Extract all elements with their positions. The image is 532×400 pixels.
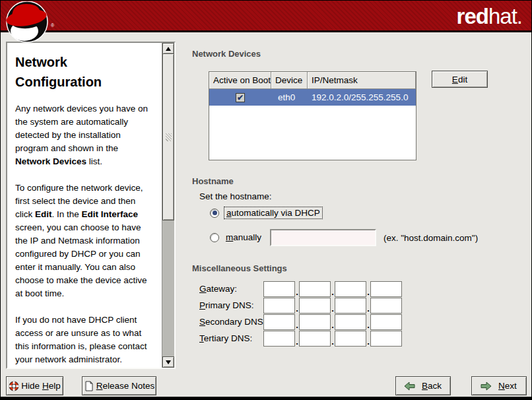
hide-help-button[interactable]: Hide Help — [6, 376, 63, 395]
active-on-boot-cell: ✔ — [209, 93, 271, 102]
scrollbar-thumb[interactable] — [162, 54, 174, 220]
tertiary-dns-octets: . . . — [263, 330, 402, 347]
help-paragraph: Any network devices you have on the syst… — [15, 102, 155, 168]
hostname-heading: Hostname — [192, 176, 234, 186]
help-text-area: Network Configuration Any network device… — [7, 43, 162, 368]
next-button[interactable]: Next — [471, 376, 527, 395]
help-paragraph: If you do not have DHCP client access or… — [15, 314, 155, 366]
column-header-active-on-boot[interactable]: Active on Boot — [209, 72, 271, 89]
device-cell: eth0 — [271, 92, 308, 102]
redhat-banner: redhat. — [1, 1, 531, 32]
help-scrollbar[interactable] — [162, 43, 174, 368]
tertiary-dns-octet-2[interactable] — [300, 331, 330, 346]
table-row-eth0[interactable]: ✔ eth0 192.0.2.0/255.255.255.0 — [209, 89, 416, 106]
help-title: Network Configuration — [15, 52, 155, 92]
ip-netmask-cell: 192.0.2.0/255.255.255.0 — [308, 92, 416, 102]
brand-bold: red — [457, 4, 488, 28]
redhat-shadowman-logo-icon — [3, 1, 53, 46]
release-notes-button[interactable]: Release Notes — [82, 376, 156, 395]
redhat-wordmark: redhat. — [457, 4, 522, 29]
back-button[interactable]: Back — [395, 376, 451, 395]
primary-dns-octets: . . . — [263, 297, 402, 314]
gateway-octet-2[interactable] — [300, 282, 330, 296]
radio-selected-icon[interactable] — [210, 209, 219, 218]
secondary-dns-octet-4[interactable] — [371, 315, 401, 329]
scroll-down-button[interactable] — [162, 356, 174, 368]
tertiary-dns-label: Tertiary DNS: — [199, 333, 252, 343]
scroll-up-button[interactable] — [162, 43, 174, 54]
document-icon — [84, 381, 94, 391]
primary-dns-octet-4[interactable] — [371, 298, 401, 313]
column-header-ip-netmask[interactable]: IP/Netmask — [308, 72, 416, 89]
up-arrow-icon — [166, 47, 171, 51]
back-arrow-icon — [403, 381, 416, 391]
help-paragraph: To configure the network device, first s… — [15, 182, 155, 300]
gateway-octet-3[interactable] — [335, 282, 366, 296]
installer-window: redhat. ® Network Configuration Any netw… — [0, 0, 532, 400]
misc-settings-heading: Miscellaneous Settings — [192, 263, 287, 273]
network-devices-table: Active on Boot Device IP/Netmask ✔ eth0 … — [209, 71, 416, 160]
primary-dns-label: Primary DNS: — [199, 300, 254, 310]
scrollbar-grip-icon — [166, 133, 172, 141]
registered-trademark: ® — [51, 23, 54, 28]
tertiary-dns-octet-4[interactable] — [371, 331, 401, 346]
network-devices-heading: Network Devices — [192, 49, 261, 59]
brand-rest: hat. — [488, 4, 522, 28]
hostname-input[interactable] — [271, 230, 375, 245]
lifebuoy-icon — [9, 381, 19, 391]
tertiary-dns-octet-3[interactable] — [335, 331, 366, 346]
manually-label[interactable]: manually — [224, 232, 263, 243]
scrollbar-track[interactable] — [162, 220, 174, 356]
column-header-device[interactable]: Device — [271, 72, 308, 89]
tertiary-dns-octet-1[interactable] — [264, 331, 294, 346]
table-header-row: Active on Boot Device IP/Netmask — [209, 72, 416, 89]
hostname-manual-option[interactable]: manually — [210, 232, 263, 243]
hostname-auto-option[interactable]: automatically via DHCP — [210, 207, 323, 219]
primary-dns-octet-2[interactable] — [300, 298, 330, 313]
next-arrow-icon — [479, 381, 492, 391]
active-on-boot-checkbox[interactable]: ✔ — [236, 93, 245, 102]
secondary-dns-octet-2[interactable] — [300, 315, 330, 329]
gateway-octet-1[interactable] — [264, 282, 294, 296]
radio-unselected-icon[interactable] — [210, 233, 219, 242]
down-arrow-icon — [166, 360, 171, 364]
gateway-octet-4[interactable] — [371, 282, 401, 296]
secondary-dns-octets: . . . — [263, 314, 402, 330]
auto-dhcp-label[interactable]: automatically via DHCP — [224, 207, 323, 219]
primary-dns-octet-1[interactable] — [264, 298, 294, 313]
set-hostname-label: Set the hostname: — [199, 191, 272, 201]
gateway-octets: . . . — [263, 281, 402, 297]
secondary-dns-octet-3[interactable] — [335, 315, 366, 329]
edit-button[interactable]: Edit — [432, 71, 488, 88]
gateway-label: Gateway: — [199, 284, 237, 294]
hostname-example-hint: (ex. "host.domain.com") — [383, 233, 478, 243]
hostname-input-frame — [270, 229, 376, 246]
secondary-dns-octet-1[interactable] — [264, 315, 294, 329]
primary-dns-octet-3[interactable] — [335, 298, 366, 313]
help-panel: Network Configuration Any network device… — [6, 42, 176, 369]
secondary-dns-label: Secondary DNS: — [199, 317, 266, 327]
